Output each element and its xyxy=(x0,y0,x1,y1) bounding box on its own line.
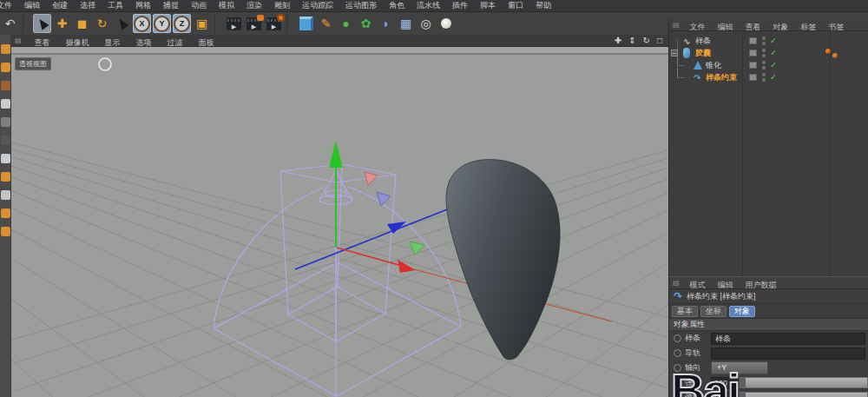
panel-grip-icon[interactable]: ▤ xyxy=(673,21,680,29)
object-name[interactable]: 样条约束 xyxy=(706,72,737,83)
render-to-picture-viewer-button[interactable]: ▶ xyxy=(245,14,263,33)
enabled-check[interactable]: ✓ xyxy=(770,36,777,45)
edge-mode-button[interactable] xyxy=(1,136,10,145)
object-name[interactable]: 锥化 xyxy=(706,60,721,71)
om-menu-对象[interactable]: 对象 xyxy=(767,23,795,31)
menu-item-运动跟踪[interactable]: 运动跟踪 xyxy=(296,0,339,11)
menu-item-运动图形[interactable]: 运动图形 xyxy=(339,0,383,11)
x-axis-arrow[interactable] xyxy=(398,260,416,273)
tab-坐标[interactable]: 坐标 xyxy=(700,306,727,317)
viewport-solo-button[interactable] xyxy=(1,190,10,200)
object-row-锥化[interactable]: 锥化✓ xyxy=(669,59,868,71)
om-menu-标签[interactable]: 标签 xyxy=(795,23,823,31)
last-used-tool-button[interactable] xyxy=(113,14,131,33)
menu-item-动画[interactable]: 动画 xyxy=(185,0,213,11)
menu-item-雕刻[interactable]: 雕刻 xyxy=(268,0,296,11)
live-selection-button[interactable] xyxy=(33,14,51,33)
om-menu-书签[interactable]: 书签 xyxy=(823,23,851,31)
render-visibility-dot[interactable] xyxy=(762,66,766,69)
camera-button[interactable]: ◎ xyxy=(417,14,435,33)
point-mode-button[interactable] xyxy=(1,117,10,127)
visibility-dots[interactable] xyxy=(762,49,766,59)
viewport[interactable]: ▤ 查看摄像机显示选项过滤面板 ✚⇕↻□ 透视视图 xyxy=(11,35,668,397)
keyframe-ring-icon[interactable] xyxy=(674,334,681,342)
layer-toggle[interactable] xyxy=(749,37,757,44)
lock-z-axis-button[interactable]: Z xyxy=(173,14,191,33)
visibility-dots[interactable] xyxy=(762,73,766,83)
light-button[interactable] xyxy=(437,14,455,33)
primitive-cube-button[interactable] xyxy=(297,14,315,33)
menu-item-编辑[interactable]: 编辑 xyxy=(18,0,46,11)
layer-toggle[interactable] xyxy=(749,62,757,69)
viewport-menu-查看[interactable]: 查看 xyxy=(27,38,58,47)
make-editable-button[interactable] xyxy=(1,44,10,54)
xz-plane-handle[interactable] xyxy=(410,242,424,255)
object-row-样条[interactable]: ∿样条✓ xyxy=(669,35,868,47)
undo-button[interactable]: ↶ xyxy=(1,14,19,33)
menu-item-窗口[interactable]: 窗口 xyxy=(502,0,529,11)
menu-item-渲染[interactable]: 渲染 xyxy=(240,0,268,11)
deformed-capsule-object[interactable] xyxy=(446,159,560,360)
menu-item-文件[interactable]: 文件 xyxy=(0,0,18,11)
texture-mode-button[interactable] xyxy=(1,81,10,90)
enabled-check[interactable]: ✓ xyxy=(770,60,777,69)
scale-button[interactable]: ◼ xyxy=(73,14,91,33)
yz-plane-handle[interactable] xyxy=(377,192,391,206)
object-row-胶囊[interactable]: –胶囊✓ xyxy=(669,47,868,59)
am-menu-编辑[interactable]: 编辑 xyxy=(712,281,740,289)
editor-visibility-dot[interactable] xyxy=(762,36,766,40)
viewport-menu-选项[interactable]: 选项 xyxy=(128,38,160,47)
rotate-button[interactable]: ↻ xyxy=(93,14,111,33)
move-button[interactable]: ✚ xyxy=(53,14,71,33)
menu-item-流水线[interactable]: 流水线 xyxy=(411,0,446,11)
coordinate-system-button[interactable]: ▣ xyxy=(193,14,211,33)
object-tag[interactable] xyxy=(832,53,838,58)
workplane-mode-button[interactable] xyxy=(1,99,10,109)
pan-view-icon[interactable]: ✚ xyxy=(611,35,625,46)
layer-toggle[interactable] xyxy=(749,50,757,56)
render-visibility-dot[interactable] xyxy=(762,78,766,82)
render-view-button[interactable]: ▶ xyxy=(225,14,243,33)
enabled-check[interactable]: ✓ xyxy=(770,48,777,57)
xy-plane-handle[interactable] xyxy=(365,172,378,185)
object-name[interactable]: 样条 xyxy=(695,36,711,47)
link-field[interactable]: 样条 xyxy=(711,333,865,345)
viewport-menu-grip-icon[interactable]: ▤ xyxy=(15,36,22,44)
am-menu-用户数据[interactable]: 用户数据 xyxy=(740,281,783,289)
om-menu-文件[interactable]: 文件 xyxy=(684,23,712,31)
viewport-menu-过滤[interactable]: 过滤 xyxy=(160,38,191,47)
om-menu-查看[interactable]: 查看 xyxy=(740,23,767,31)
link-field[interactable] xyxy=(711,347,865,360)
menu-item-脚本[interactable]: 脚本 xyxy=(474,0,502,11)
object-tag[interactable] xyxy=(825,49,831,54)
field-button[interactable]: ◗ xyxy=(377,14,395,33)
subdivision-surface-button[interactable]: ● xyxy=(337,14,355,33)
viewport-menu-显示[interactable]: 显示 xyxy=(97,38,128,47)
slider-handle[interactable] xyxy=(740,378,746,387)
lock-x-axis-button[interactable]: X xyxy=(133,14,151,33)
menu-item-角色[interactable]: 角色 xyxy=(383,0,411,11)
render-visibility-dot[interactable] xyxy=(762,42,766,45)
y-axis-arrow[interactable] xyxy=(329,141,343,168)
menu-item-模拟[interactable]: 模拟 xyxy=(213,0,240,11)
render-visibility-dot[interactable] xyxy=(762,54,766,57)
spline-pen-button[interactable]: ✎ xyxy=(317,14,335,33)
menu-item-捕捉[interactable]: 捕捉 xyxy=(157,0,185,11)
menu-item-插件[interactable]: 插件 xyxy=(446,0,474,11)
keyframe-ring-icon[interactable] xyxy=(674,349,681,357)
visibility-dots[interactable] xyxy=(762,61,766,71)
value-slider[interactable] xyxy=(740,377,868,388)
editor-visibility-dot[interactable] xyxy=(762,61,766,64)
deformer-button[interactable]: ✿ xyxy=(357,14,375,33)
visibility-dots[interactable] xyxy=(762,36,766,47)
menu-item-选择[interactable]: 选择 xyxy=(74,0,102,11)
menu-item-创建[interactable]: 创建 xyxy=(46,0,74,11)
menu-item-工具[interactable]: 工具 xyxy=(102,0,129,11)
floor-button[interactable]: ▦ xyxy=(397,14,415,33)
locked-workplane-button[interactable] xyxy=(1,227,10,236)
lock-y-axis-button[interactable]: Y xyxy=(153,14,171,33)
menu-item-帮助[interactable]: 帮助 xyxy=(529,0,557,11)
polygon-mode-button[interactable] xyxy=(1,154,10,163)
enable-axis-button[interactable] xyxy=(1,172,10,182)
toggle-view-icon[interactable]: □ xyxy=(654,35,666,46)
